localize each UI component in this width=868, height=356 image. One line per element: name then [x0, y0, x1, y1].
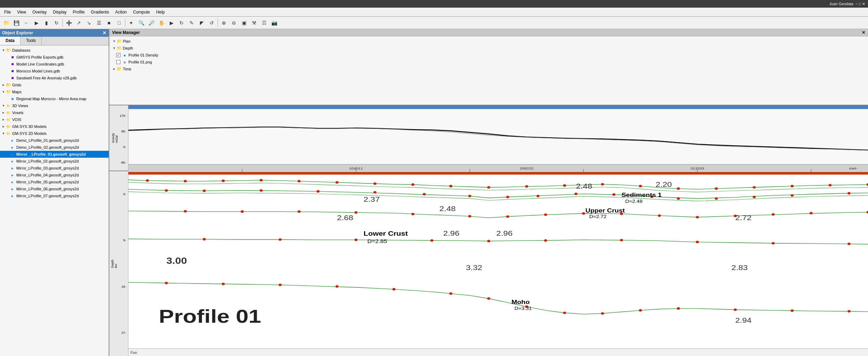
reset-button[interactable]: ↺: [207, 18, 217, 28]
export-button[interactable]: ↘: [84, 18, 94, 28]
sediments-1-density: D=2.48: [625, 199, 643, 204]
measure-button[interactable]: ✎: [187, 18, 196, 28]
rotate-button[interactable]: ↻: [177, 18, 186, 28]
select-button[interactable]: ▶: [167, 18, 176, 28]
tree-item-voxels[interactable]: ► 📁 Voxels: [0, 109, 109, 116]
back-button[interactable]: ←: [22, 18, 31, 28]
tree-item-mirror-lp01[interactable]: ► Mirror__LProfile_01.geosoft_gmsys2d: [0, 151, 109, 158]
view-manager-close-button[interactable]: ✕: [862, 30, 865, 35]
view-tree-item-profile01-density[interactable]: ✓ ■ Profile 01 Density: [111, 52, 867, 59]
stop-button[interactable]: ▮: [42, 18, 51, 28]
export-img-button[interactable]: 📷: [269, 18, 279, 28]
view3d-button[interactable]: ◤: [197, 18, 207, 28]
toolbar-sep-1: [62, 19, 63, 27]
view-tree-item-plan[interactable]: ▼ 📁 Plan: [111, 38, 867, 45]
expand-icon-databases: ▼: [1, 48, 6, 52]
toggle2-button[interactable]: □: [114, 18, 124, 28]
svg-point-27: [203, 190, 206, 192]
tree-item-mirror-lp07[interactable]: ► Mirror_LProfile_07.geosoft_gmsys2d: [0, 192, 109, 199]
y-axis-container: GravitymGal 170- 85- 0- -85- Depthkm 0- …: [109, 105, 128, 356]
toggle1-button[interactable]: ■: [104, 18, 114, 28]
menu-overlay[interactable]: Overlay: [30, 9, 49, 15]
tree-item-demo-lp02[interactable]: ► Demo_LProfile_02.geosoft_gmsys2d: [0, 144, 109, 151]
tab-data[interactable]: Data: [0, 37, 20, 45]
svg-point-48: [468, 215, 471, 217]
toolbar: 📁 💾 ← ▶ ▮ ↻ ➕ ↗ ↘ ☰ ■ □ ✦ 🔍 🔎 ✋ ▶ ↻ ✎ ◤ …: [0, 17, 868, 29]
map-icon-regional: ■: [10, 96, 15, 102]
folder-icon-gm3d: 📁: [6, 124, 11, 129]
menu-file[interactable]: File: [1, 9, 14, 15]
checkbox-profile01-png[interactable]: [116, 60, 120, 64]
svg-point-26: [165, 189, 168, 192]
tree-item-demo-lp01[interactable]: ► Demo_LProfile_01.geosoft_gmsys2d: [0, 137, 109, 144]
upper-crust-label: Upper Crust: [585, 208, 625, 214]
layers-button[interactable]: ☰: [94, 18, 104, 28]
tab-strip: Data Tools: [0, 37, 109, 45]
minus-button[interactable]: ⊖: [229, 18, 239, 28]
tree-item-sandwell[interactable]: ■ Sandwell Free Air Anomaly v28.gdb: [0, 75, 109, 81]
menu-compute[interactable]: Compute: [130, 9, 153, 15]
scale-button[interactable]: ⚒: [249, 18, 259, 28]
tree-item-gm-sys-2d[interactable]: ▼ 📁 GM-SYS 2D Models: [0, 130, 109, 137]
folder-icon-voxels: 📁: [6, 110, 11, 115]
tree-item-grids[interactable]: ► 📁 Grids: [0, 81, 109, 88]
tree-item-model-line-coords[interactable]: ■ Model Line Coordinates.gdb: [0, 61, 109, 68]
grid-button[interactable]: ☶: [259, 18, 269, 28]
view-tree-item-time[interactable]: ► 📁 Time: [111, 66, 867, 72]
svg-point-44: [241, 210, 244, 213]
tree-item-mirror-lp04[interactable]: ► Mirror_LProfile_04.geosoft_gmsys2d: [0, 172, 109, 179]
refresh-button[interactable]: ↻: [52, 18, 61, 28]
plus-button[interactable]: ⊕: [219, 18, 229, 28]
menu-display[interactable]: Display: [50, 9, 69, 15]
profile-canvas[interactable]: Model Changed: [128, 105, 868, 356]
svg-point-43: [184, 210, 187, 212]
tree-item-databases[interactable]: ▼ 📁 Databases: [0, 47, 109, 54]
svg-point-82: [791, 310, 794, 312]
expand-icon-p01d: [112, 53, 116, 57]
checkbox-profile01-density[interactable]: ✓: [116, 53, 120, 57]
tree-item-mirror-lp05[interactable]: ► Mirror_LProfile_05.geosoft_gmsys2d: [0, 179, 109, 185]
save-button[interactable]: 💾: [11, 18, 21, 28]
svg-point-57: [810, 212, 813, 214]
svg-point-32: [468, 195, 471, 197]
tree-label-gm-sys-2d: GM-SYS 2D Models: [12, 131, 47, 136]
tree-item-mirror-lp06[interactable]: ► Mirror_LProfile_06.geosoft_gmsys2d: [0, 185, 109, 192]
pan-button[interactable]: ✋: [157, 18, 166, 28]
menu-view[interactable]: View: [14, 9, 29, 15]
menu-help[interactable]: Help: [153, 9, 168, 15]
tree-item-gm-sys-3d[interactable]: ► 📁 GM-SYS 3D Models: [0, 123, 109, 130]
cursor-button[interactable]: ✦: [126, 18, 136, 28]
tree-item-mirror-lp03[interactable]: ► Mirror_LProfile_03.geosoft_gmsys2d: [0, 165, 109, 172]
density-label-283: 2.83: [732, 264, 748, 271]
folder-icon-grids: 📁: [6, 82, 11, 88]
forward-button[interactable]: ▶: [32, 18, 41, 28]
fit-button[interactable]: ▣: [239, 18, 249, 28]
tab-tools[interactable]: Tools: [20, 37, 42, 45]
zoom-out-button[interactable]: 🔎: [146, 18, 156, 28]
menu-profile[interactable]: Profile: [70, 9, 87, 15]
tree-item-morocco-model-lines[interactable]: ■ Morocco Model Lines.gdb: [0, 68, 109, 75]
zoom-in-button[interactable]: 🔍: [136, 18, 146, 28]
add-button[interactable]: ➕: [64, 18, 74, 28]
tree-item-3d-views[interactable]: ▼ 📁 3D Views: [0, 102, 109, 109]
tree-item-mirror-lp02[interactable]: ► Mirror_LProfile_02.geosoft_gmsys2d: [0, 158, 109, 165]
tree-item-gmsys-exports[interactable]: ■ GMSYS Profile Exports.gdb: [0, 54, 109, 61]
view-tree-item-profile01-png[interactable]: ■ Profile 01.png: [111, 59, 867, 66]
status-text: Fon: [130, 350, 137, 355]
close-icon[interactable]: − □ ✕: [856, 2, 865, 6]
left-panel: Object Explorer ✕ Data Tools ▼ 📁 Databas…: [0, 29, 109, 356]
open-folder-button[interactable]: 📁: [1, 18, 11, 28]
svg-point-51: [582, 212, 585, 215]
view-manager-label: View Manager: [112, 30, 140, 35]
panel-close-button[interactable]: ✕: [102, 30, 107, 36]
tree-item-voxi[interactable]: ► 📁 VOXI: [0, 116, 109, 123]
menu-gradients[interactable]: Gradients: [88, 9, 112, 15]
tree-label-model-line-coords: Model Line Coordinates.gdb: [16, 62, 64, 66]
moho-label: Moho: [512, 299, 530, 305]
view-tree-item-depth[interactable]: ▼ 📁 Depth: [111, 45, 867, 52]
import-button[interactable]: ↗: [74, 18, 84, 28]
menu-action[interactable]: Action: [112, 9, 129, 15]
tree-item-maps[interactable]: ▼ 📁 Maps: [0, 88, 109, 95]
tree-item-regional-map[interactable]: ■ Regional Map Morocco - Mirror Area.map: [0, 95, 109, 102]
view-manager-title: View Manager ✕: [109, 29, 868, 36]
